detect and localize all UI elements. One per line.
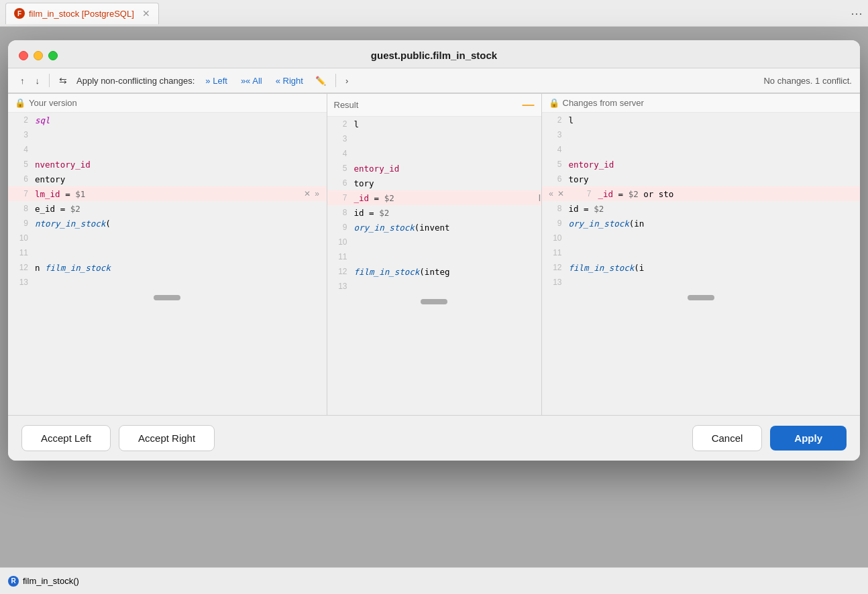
table-row: 7 _id = $2 I	[327, 190, 541, 205]
left-pane-header: 🔒 Your version	[8, 94, 327, 113]
scroll-up-button[interactable]: ↑	[16, 73, 29, 88]
left-pane-lines: 2 sql 3 4	[8, 113, 327, 290]
accept-left-button[interactable]: Accept Left	[21, 425, 111, 451]
right-pane-lines: 2 l 3 4 5 entory_id	[542, 113, 861, 290]
dialog-toolbar: ↑ ↓ ⇆ Apply non-conflicting changes: » L…	[8, 68, 860, 93]
right-scrollbar[interactable]	[542, 290, 861, 306]
lock-icon-right: 🔒	[549, 98, 559, 108]
table-row: 8 id = $2	[542, 201, 861, 216]
center-scroll-thumb[interactable]	[421, 299, 447, 304]
modal-overlay: guest.public.film_in_stock ↑ ↓ ⇆ Apply n…	[0, 27, 868, 567]
diff-dialog: guest.public.film_in_stock ↑ ↓ ⇆ Apply n…	[8, 40, 860, 461]
table-row: 2 sql	[8, 113, 327, 127]
table-row: 11	[327, 249, 541, 264]
table-row: 13	[8, 275, 327, 290]
table-row: 7 lm_id = $1 ✕ »	[8, 186, 327, 201]
center-scrollbar[interactable]	[327, 294, 541, 310]
table-row: « ✕ 7 _id = $2 or sto	[542, 186, 861, 201]
left-scrollbar[interactable]	[8, 290, 327, 306]
table-row: 6 entory	[8, 172, 327, 186]
table-row: 2 l	[327, 117, 541, 131]
apply-right-button[interactable]: « Right	[270, 74, 309, 88]
table-row: 8 id = $2	[327, 205, 541, 220]
tab-label: film_in_stock [PostgreSQL]	[29, 9, 134, 19]
apply-changes-icon[interactable]: ⇆	[55, 72, 71, 88]
dialog-title: guest.public.film_in_stock	[371, 50, 497, 61]
diff-panes: 🔒 Your version 2 sql 3	[8, 93, 860, 415]
apply-button[interactable]: Apply	[770, 426, 847, 451]
table-row: 8 e_id = $2	[8, 201, 327, 216]
table-row: 9 ory_in_stock(invent	[327, 220, 541, 235]
status-label: film_in_stock()	[23, 576, 79, 586]
table-row: 3	[8, 127, 327, 142]
text-cursor-icon: I	[539, 192, 541, 203]
table-row: 3	[542, 127, 861, 142]
right-pane-header: 🔒 Changes from server	[542, 94, 861, 113]
lock-icon-left: 🔒	[15, 98, 25, 108]
left-pane-title: Your version	[29, 98, 77, 108]
table-row: 5 entory_id	[327, 161, 541, 176]
left-scroll-thumb[interactable]	[154, 295, 180, 300]
table-row: 3	[327, 131, 541, 146]
status-bar: R film_in_stock()	[0, 567, 868, 594]
table-row: 12 film_in_stock(i	[542, 260, 861, 275]
table-row: 6 tory	[542, 172, 861, 186]
table-row: 6 tory	[327, 176, 541, 190]
dialog-titlebar: guest.public.film_in_stock	[8, 40, 860, 68]
table-row: 13	[327, 279, 541, 294]
scroll-down-button[interactable]: ↓	[32, 73, 44, 88]
table-row: 4	[8, 142, 327, 157]
table-row: 10	[327, 235, 541, 249]
status-icon-letter: R	[11, 577, 15, 585]
right-pane: 🔒 Changes from server 2 l 3 4	[542, 94, 861, 415]
left-pane: 🔒 Your version 2 sql 3	[8, 94, 327, 415]
minimize-button[interactable]	[34, 51, 43, 60]
apply-left-button[interactable]: » Left	[200, 74, 233, 88]
table-row: 5 entory_id	[542, 157, 861, 172]
tab-bar: F film_in_stock [PostgreSQL] ✕ ⋯	[0, 0, 868, 27]
table-row: 4	[542, 142, 861, 157]
reject-right-button[interactable]: ✕	[556, 188, 565, 199]
center-pane: Result — 2 l 3 4	[327, 94, 542, 415]
right-pane-title: Changes from server	[563, 98, 644, 108]
apply-all-button[interactable]: »« All	[235, 74, 268, 88]
apply-label: Apply non-conflicting changes:	[76, 76, 195, 86]
accept-left-button[interactable]: »	[313, 188, 321, 199]
maximize-button[interactable]	[48, 51, 58, 60]
toolbar-sep2	[335, 74, 336, 87]
table-row: 9 ory_in_stock(in	[542, 216, 861, 231]
center-pane-header: Result —	[327, 94, 541, 117]
table-row: 13	[542, 275, 861, 290]
dialog-footer: Accept Left Accept Right Cancel Apply	[8, 415, 860, 461]
tab-item[interactable]: F film_in_stock [PostgreSQL] ✕	[5, 3, 159, 24]
conflict-indicator: —	[523, 98, 535, 112]
right-scroll-thumb[interactable]	[688, 295, 714, 300]
tab-file-icon: F	[14, 8, 25, 19]
toolbar-separator	[49, 74, 50, 87]
accept-right-button[interactable]: «	[547, 188, 555, 199]
table-row: 2 l	[542, 113, 861, 127]
table-row: 12 n film_in_stock	[8, 260, 327, 275]
table-row: 10	[8, 231, 327, 245]
table-row: 11	[8, 245, 327, 260]
table-row: 10	[542, 231, 861, 245]
tab-close-button[interactable]: ✕	[142, 8, 150, 19]
navigate-next-button[interactable]: ›	[341, 73, 352, 88]
tab-more-button[interactable]: ⋯	[851, 6, 863, 21]
conflict-status: No changes. 1 conflict.	[763, 76, 852, 86]
center-pane-title: Result	[334, 100, 359, 110]
reject-left-button[interactable]: ✕	[303, 188, 312, 199]
table-row: 9 ntory_in_stock(	[8, 216, 327, 231]
cancel-button[interactable]: Cancel	[692, 425, 763, 451]
table-row: 11	[542, 245, 861, 260]
table-row: 4	[327, 146, 541, 161]
table-row: 5 nventory_id	[8, 157, 327, 172]
traffic-lights	[19, 51, 58, 60]
edit-icon[interactable]: ✏️	[311, 73, 330, 88]
table-row: 12 film_in_stock(integ	[327, 264, 541, 279]
status-icon: R	[8, 576, 19, 587]
accept-right-button[interactable]: Accept Right	[119, 425, 215, 451]
close-button[interactable]	[19, 51, 28, 60]
center-pane-lines: 2 l 3 4 5 entory_id	[327, 117, 541, 294]
